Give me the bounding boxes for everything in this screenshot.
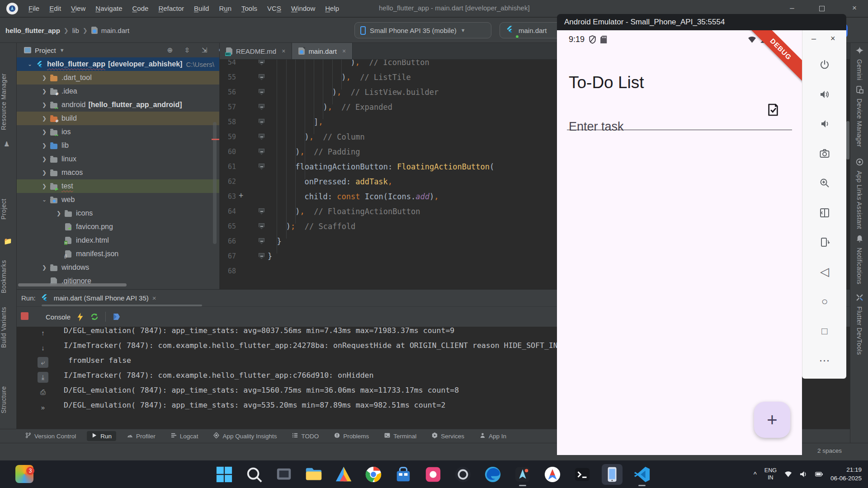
tab-main.dart[interactable]: main.dart× [292, 43, 353, 59]
tree-item-test[interactable]: ❯▶test [17, 179, 219, 193]
hot-reload-icon[interactable] [77, 313, 84, 321]
fold-icon[interactable] [259, 149, 264, 155]
collapse-all-icon[interactable]: ⇲ [200, 46, 208, 54]
google-app-icon[interactable] [542, 464, 563, 485]
chevron-right-icon[interactable]: ❯ [39, 115, 49, 122]
power-icon[interactable] [817, 57, 832, 72]
emulator-phone-icon[interactable] [602, 464, 623, 485]
tree-item-ios[interactable]: ❯●●ios [17, 125, 219, 139]
chevron-right-icon[interactable]: ❯ [39, 264, 49, 271]
editor-scrollbar[interactable] [846, 121, 849, 160]
breadcrumb-item[interactable]: hello_flutter_app [5, 27, 60, 34]
minimize-button[interactable]: – [785, 4, 799, 13]
menu-help[interactable]: Help [320, 0, 344, 17]
horizontal-scrollbar[interactable] [18, 283, 127, 286]
tree-item-lib[interactable]: ❯lib [17, 139, 219, 152]
expand-all-icon[interactable]: ⇳ [183, 46, 191, 54]
volume-down-icon[interactable] [817, 117, 832, 131]
chevron-right-icon[interactable]: ❯ [39, 102, 49, 108]
tree-item-macos[interactable]: ❯macos [17, 166, 219, 179]
android-studio-icon[interactable] [512, 464, 533, 485]
dark-ring-icon[interactable] [453, 464, 473, 485]
toolbar-services[interactable]: Services [427, 431, 469, 441]
add-task-fab[interactable]: + [754, 402, 790, 438]
dart-devtools-icon[interactable] [112, 312, 121, 321]
fold-icon[interactable] [259, 74, 264, 80]
locate-icon[interactable]: ⊕ [166, 46, 174, 54]
chevron-right-icon[interactable]: ❯ [39, 129, 49, 135]
toolbar-app-in[interactable]: App In [475, 431, 511, 441]
menu-window[interactable]: Window [286, 0, 320, 17]
menu-code[interactable]: Code [127, 0, 154, 17]
stripe-item-build-variants[interactable]: Build Variants [0, 300, 17, 355]
tree-item-manifest.json[interactable]: {}manifest.json [17, 247, 219, 261]
more-icon[interactable]: ⋯ [817, 353, 832, 368]
vscode-icon[interactable] [632, 464, 652, 485]
device-selector[interactable]: Small Phone API 35 (mobile) ▼ [354, 22, 491, 38]
menu-file[interactable]: File [24, 0, 44, 17]
fold-icon[interactable] [259, 253, 264, 259]
chevron-right-icon[interactable]: ❯ [39, 183, 49, 189]
tray-app-icon[interactable]: 3 [15, 465, 33, 483]
tree-item-index.html[interactable]: Hindex.html [17, 234, 219, 247]
toolbar-run[interactable]: Run [87, 431, 116, 441]
tab-readme.md[interactable]: MDREADME.md× [220, 43, 292, 59]
tree-item-build[interactable]: ❯✱build [17, 112, 219, 125]
more-chevrons-icon[interactable]: » [38, 402, 48, 413]
emulator-title-bar[interactable]: Android Emulator - Small_Phone_API_35:55… [557, 14, 846, 30]
fold-icon[interactable] [817, 206, 832, 220]
tree-item-android[interactable]: ❯●●android[hello_flutter_app_android] [17, 98, 219, 112]
task-input[interactable]: Enter task [569, 120, 624, 134]
tree-item-icons[interactable]: ❯icons [17, 206, 219, 220]
stripe-item-app-links-assistant[interactable]: App Links Assistant [850, 158, 868, 229]
up-arrow-icon[interactable]: ↑ [38, 327, 48, 338]
fold-icon[interactable] [259, 89, 264, 95]
hot-restart-icon[interactable] [90, 312, 99, 321]
camera-icon[interactable] [817, 146, 832, 161]
toolbar-profiler[interactable]: Profiler [123, 431, 160, 441]
close-icon[interactable]: × [342, 47, 346, 55]
tray-wifi-icon[interactable] [784, 470, 792, 478]
emulator-screen[interactable]: 9:19 DEBUG To-Do List Enter task [557, 30, 802, 455]
toolbar-version-control[interactable]: Version Control [21, 431, 80, 441]
tree-item-dart_tool[interactable]: ❯.dart_tool [17, 71, 219, 84]
scroll-end-icon[interactable]: ⤓ [38, 372, 48, 383]
chrome-icon[interactable] [363, 464, 384, 485]
fold-icon[interactable] [259, 134, 264, 140]
tree-item-linux[interactable]: ❯linux [17, 152, 219, 166]
fold-icon[interactable] [259, 60, 264, 65]
menu-tools[interactable]: Tools [236, 0, 262, 17]
menu-run[interactable]: Run [214, 0, 236, 17]
zoom-in-icon[interactable] [817, 176, 832, 190]
store-icon[interactable] [393, 464, 414, 485]
task-check-icon[interactable] [766, 103, 780, 117]
stripe-item-gemini[interactable]: Gemini [850, 47, 868, 80]
vertical-scrollbar[interactable] [213, 122, 217, 244]
language-indicator[interactable]: ENGIN [764, 467, 777, 481]
stripe-icon[interactable]: 📁 [4, 237, 13, 246]
search-icon[interactable] [244, 464, 264, 485]
chevron-right-icon[interactable]: ❯ [39, 169, 49, 176]
rotate-icon[interactable] [817, 235, 832, 249]
chevron-down-icon[interactable]: ⌄ [39, 197, 49, 203]
tree-item-idea[interactable]: ❯✱.idea [17, 84, 219, 98]
chevron-down-icon[interactable]: ⌄ [25, 61, 35, 67]
stripe-item-device-manager[interactable]: Device Manager [850, 86, 868, 147]
clock[interactable]: 21:1906-06-2025 [830, 466, 862, 482]
fold-icon[interactable] [259, 104, 264, 110]
tray-volume-icon[interactable] [800, 470, 807, 478]
breadcrumb-item[interactable]: lib [72, 27, 79, 34]
tree-item-windows[interactable]: ❯windows [17, 261, 219, 274]
taskview-icon[interactable] [274, 464, 294, 485]
chevron-right-icon[interactable]: ❯ [54, 210, 64, 216]
maximize-button[interactable] [819, 6, 825, 11]
fold-icon[interactable] [259, 164, 264, 169]
menu-refactor[interactable]: Refactor [153, 0, 189, 17]
fold-icon[interactable] [259, 119, 264, 125]
tree-item-web[interactable]: ⌄web [17, 193, 219, 206]
print-icon[interactable]: ⎙ [38, 387, 48, 398]
edge-icon[interactable] [482, 464, 503, 485]
back-icon[interactable]: ◁ [817, 265, 832, 279]
close-icon[interactable]: × [282, 47, 285, 55]
chevron-right-icon[interactable]: ❯ [39, 88, 49, 94]
